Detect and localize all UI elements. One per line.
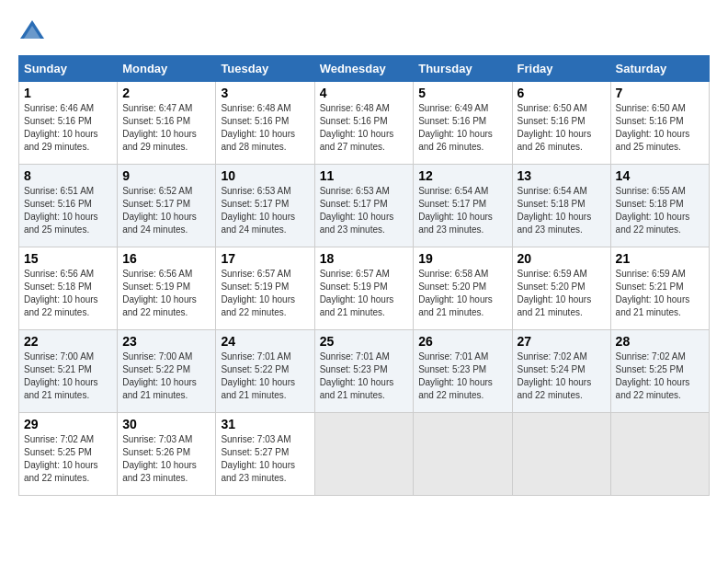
day-cell: 17Sunrise: 6:57 AMSunset: 5:19 PMDayligh… [216, 247, 314, 330]
day-info: Sunrise: 6:54 AMSunset: 5:17 PMDaylight:… [418, 185, 506, 236]
day-cell: 19Sunrise: 6:58 AMSunset: 5:20 PMDayligh… [414, 247, 512, 330]
day-number: 28 [616, 334, 704, 349]
day-info: Sunrise: 7:03 AMSunset: 5:27 PMDaylight:… [221, 433, 309, 485]
day-cell: 3Sunrise: 6:48 AMSunset: 5:16 PMDaylight… [216, 82, 314, 165]
day-cell [610, 413, 709, 496]
day-cell: 1Sunrise: 6:46 AMSunset: 5:16 PMDaylight… [19, 82, 118, 165]
header-saturday: Saturday [610, 56, 709, 82]
day-info: Sunrise: 6:51 AMSunset: 5:16 PMDaylight:… [24, 185, 112, 236]
day-cell: 11Sunrise: 6:53 AMSunset: 5:17 PMDayligh… [314, 165, 414, 247]
day-number: 17 [221, 251, 309, 266]
day-number: 27 [518, 334, 606, 349]
day-info: Sunrise: 6:50 AMSunset: 5:16 PMDaylight:… [616, 102, 704, 154]
day-number: 7 [616, 86, 704, 100]
day-cell: 5Sunrise: 6:49 AMSunset: 5:16 PMDaylight… [414, 82, 512, 165]
day-number: 31 [221, 417, 309, 431]
day-cell: 14Sunrise: 6:55 AMSunset: 5:18 PMDayligh… [610, 165, 709, 247]
day-info: Sunrise: 6:57 AMSunset: 5:19 PMDaylight:… [221, 268, 309, 319]
header-tuesday: Tuesday [216, 56, 314, 82]
day-number: 6 [518, 86, 606, 100]
day-number: 24 [221, 334, 309, 349]
day-cell: 2Sunrise: 6:47 AMSunset: 5:16 PMDaylight… [118, 82, 216, 165]
day-info: Sunrise: 6:59 AMSunset: 5:20 PMDaylight:… [518, 268, 606, 319]
day-cell: 6Sunrise: 6:50 AMSunset: 5:16 PMDaylight… [512, 82, 610, 165]
day-info: Sunrise: 7:03 AMSunset: 5:26 PMDaylight:… [122, 433, 210, 485]
day-number: 15 [24, 251, 112, 266]
day-cell: 10Sunrise: 6:53 AMSunset: 5:17 PMDayligh… [216, 165, 314, 247]
day-cell: 20Sunrise: 6:59 AMSunset: 5:20 PMDayligh… [512, 247, 610, 330]
day-number: 3 [221, 86, 309, 100]
day-info: Sunrise: 7:00 AMSunset: 5:22 PMDaylight:… [122, 350, 210, 402]
day-number: 18 [320, 251, 409, 266]
day-cell [512, 413, 610, 496]
day-number: 8 [24, 168, 112, 183]
week-row-4: 22Sunrise: 7:00 AMSunset: 5:21 PMDayligh… [19, 330, 710, 413]
week-row-5: 29Sunrise: 7:02 AMSunset: 5:25 PMDayligh… [19, 413, 710, 496]
day-info: Sunrise: 7:02 AMSunset: 5:25 PMDaylight:… [24, 433, 112, 485]
day-cell: 13Sunrise: 6:54 AMSunset: 5:18 PMDayligh… [512, 165, 610, 247]
header-monday: Monday [118, 56, 216, 82]
day-cell: 21Sunrise: 6:59 AMSunset: 5:21 PMDayligh… [610, 247, 709, 330]
day-number: 23 [122, 334, 210, 349]
day-cell: 22Sunrise: 7:00 AMSunset: 5:21 PMDayligh… [19, 330, 118, 413]
day-cell: 26Sunrise: 7:01 AMSunset: 5:23 PMDayligh… [414, 330, 512, 413]
day-cell: 29Sunrise: 7:02 AMSunset: 5:25 PMDayligh… [19, 413, 118, 496]
logo-icon [18, 18, 46, 46]
day-number: 13 [518, 168, 606, 183]
day-info: Sunrise: 7:02 AMSunset: 5:24 PMDaylight:… [518, 350, 606, 402]
day-info: Sunrise: 7:00 AMSunset: 5:21 PMDaylight:… [24, 350, 112, 402]
day-number: 14 [616, 168, 704, 183]
day-number: 26 [418, 334, 506, 349]
day-cell: 27Sunrise: 7:02 AMSunset: 5:24 PMDayligh… [512, 330, 610, 413]
week-row-3: 15Sunrise: 6:56 AMSunset: 5:18 PMDayligh… [19, 247, 710, 330]
day-cell: 7Sunrise: 6:50 AMSunset: 5:16 PMDaylight… [610, 82, 709, 165]
day-number: 22 [24, 334, 112, 349]
day-cell: 24Sunrise: 7:01 AMSunset: 5:22 PMDayligh… [216, 330, 314, 413]
day-cell: 18Sunrise: 6:57 AMSunset: 5:19 PMDayligh… [314, 247, 414, 330]
header-sunday: Sunday [19, 56, 118, 82]
day-cell: 9Sunrise: 6:52 AMSunset: 5:17 PMDaylight… [118, 165, 216, 247]
day-cell: 30Sunrise: 7:03 AMSunset: 5:26 PMDayligh… [118, 413, 216, 496]
day-number: 9 [122, 168, 210, 183]
day-number: 1 [24, 86, 112, 100]
day-cell: 15Sunrise: 6:56 AMSunset: 5:18 PMDayligh… [19, 247, 118, 330]
day-cell: 4Sunrise: 6:48 AMSunset: 5:16 PMDaylight… [314, 82, 414, 165]
day-cell [414, 413, 512, 496]
day-number: 25 [320, 334, 409, 349]
calendar-table: SundayMondayTuesdayWednesdayThursdayFrid… [18, 55, 710, 496]
header [18, 18, 710, 46]
logo [18, 18, 50, 46]
day-cell: 23Sunrise: 7:00 AMSunset: 5:22 PMDayligh… [118, 330, 216, 413]
day-info: Sunrise: 7:01 AMSunset: 5:23 PMDaylight:… [418, 350, 506, 402]
day-cell: 12Sunrise: 6:54 AMSunset: 5:17 PMDayligh… [414, 165, 512, 247]
header-friday: Friday [512, 56, 610, 82]
day-info: Sunrise: 6:48 AMSunset: 5:16 PMDaylight:… [320, 102, 409, 154]
day-info: Sunrise: 6:57 AMSunset: 5:19 PMDaylight:… [320, 268, 409, 319]
day-number: 12 [418, 168, 506, 183]
day-cell: 31Sunrise: 7:03 AMSunset: 5:27 PMDayligh… [216, 413, 314, 496]
day-info: Sunrise: 6:52 AMSunset: 5:17 PMDaylight:… [122, 185, 210, 236]
week-row-1: 1Sunrise: 6:46 AMSunset: 5:16 PMDaylight… [19, 82, 710, 165]
day-info: Sunrise: 7:01 AMSunset: 5:23 PMDaylight:… [320, 350, 409, 402]
day-number: 19 [418, 251, 506, 266]
day-info: Sunrise: 6:56 AMSunset: 5:18 PMDaylight:… [24, 268, 112, 319]
day-number: 16 [122, 251, 210, 266]
day-info: Sunrise: 7:01 AMSunset: 5:22 PMDaylight:… [221, 350, 309, 402]
day-info: Sunrise: 6:53 AMSunset: 5:17 PMDaylight:… [221, 185, 309, 236]
day-number: 29 [24, 417, 112, 431]
day-info: Sunrise: 6:55 AMSunset: 5:18 PMDaylight:… [616, 185, 704, 236]
day-info: Sunrise: 7:02 AMSunset: 5:25 PMDaylight:… [616, 350, 704, 402]
header-thursday: Thursday [414, 56, 512, 82]
day-number: 20 [518, 251, 606, 266]
day-number: 2 [122, 86, 210, 100]
day-info: Sunrise: 6:54 AMSunset: 5:18 PMDaylight:… [518, 185, 606, 236]
day-info: Sunrise: 6:49 AMSunset: 5:16 PMDaylight:… [418, 102, 506, 154]
day-info: Sunrise: 6:56 AMSunset: 5:19 PMDaylight:… [122, 268, 210, 319]
day-number: 10 [221, 168, 309, 183]
day-number: 30 [122, 417, 210, 431]
day-cell: 28Sunrise: 7:02 AMSunset: 5:25 PMDayligh… [610, 330, 709, 413]
day-info: Sunrise: 6:50 AMSunset: 5:16 PMDaylight:… [518, 102, 606, 154]
day-info: Sunrise: 6:58 AMSunset: 5:20 PMDaylight:… [418, 268, 506, 319]
header-row: SundayMondayTuesdayWednesdayThursdayFrid… [19, 56, 710, 82]
day-number: 21 [616, 251, 704, 266]
